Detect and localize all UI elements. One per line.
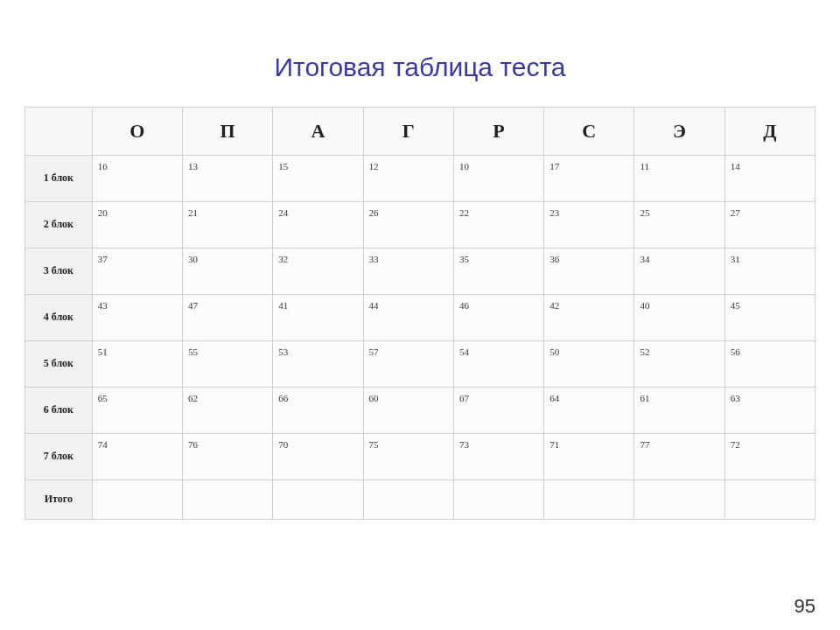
- cell: [92, 480, 182, 520]
- cell: 62: [183, 388, 273, 434]
- cell: 51: [92, 341, 182, 388]
- col-header: П: [183, 108, 273, 156]
- cell: 70: [273, 434, 363, 480]
- cell: 31: [724, 248, 815, 295]
- cell: [183, 480, 273, 520]
- cell: 11: [634, 156, 724, 202]
- cell: 41: [273, 295, 363, 341]
- cell: 24: [273, 202, 363, 248]
- cell: 45: [724, 295, 815, 341]
- table-row: 4 блок 43 47 41 44 46 42 40 45: [25, 295, 816, 341]
- cell: 42: [544, 295, 634, 341]
- table-row: 6 блок 65 62 66 60 67 64 61 63: [25, 388, 816, 434]
- cell: 37: [92, 248, 182, 295]
- cell: 74: [92, 434, 182, 480]
- cell: 65: [92, 388, 182, 434]
- cell: 52: [634, 341, 724, 388]
- cell: [544, 480, 634, 520]
- cell: 50: [544, 341, 634, 388]
- cell: 30: [183, 248, 273, 295]
- cell: 25: [634, 202, 724, 248]
- row-label: 1 блок: [25, 156, 93, 202]
- cell: 66: [273, 388, 363, 434]
- cell: 54: [453, 341, 543, 388]
- cell: 55: [183, 341, 273, 388]
- cell: 46: [453, 295, 543, 341]
- cell: 35: [453, 248, 543, 295]
- cell: 67: [453, 388, 543, 434]
- cell: 75: [363, 434, 453, 480]
- cell: [453, 480, 543, 520]
- cell: 71: [544, 434, 634, 480]
- page-title: Итоговая таблица теста: [24, 52, 816, 82]
- cell: 32: [273, 248, 363, 295]
- table-corner: [25, 108, 93, 156]
- cell: [273, 480, 363, 520]
- col-header: Р: [453, 108, 543, 156]
- cell: 22: [453, 202, 543, 248]
- table-row: 1 блок 16 13 15 12 10 17 11 14: [25, 156, 816, 202]
- cell: 26: [363, 202, 453, 248]
- results-table: О П А Г Р С Э Д 1 блок 16 13 15 12 10 17…: [24, 107, 816, 520]
- slide: Итоговая таблица теста О П А Г Р С Э Д 1…: [0, 0, 840, 630]
- cell: 16: [92, 156, 182, 202]
- cell: 36: [544, 248, 634, 295]
- cell: 72: [724, 434, 815, 480]
- cell: 53: [273, 341, 363, 388]
- cell: [724, 480, 815, 520]
- cell: 17: [544, 156, 634, 202]
- cell: 10: [453, 156, 543, 202]
- table-row: 5 блок 51 55 53 57 54 50 52 56: [25, 341, 816, 388]
- cell: [363, 480, 453, 520]
- cell: 63: [724, 388, 815, 434]
- table-row: 2 блок 20 21 24 26 22 23 25 27: [25, 202, 816, 248]
- cell: 34: [634, 248, 724, 295]
- page-number: 95: [794, 595, 816, 618]
- col-header: С: [544, 108, 634, 156]
- table-row: 3 блок 37 30 32 33 35 36 34 31: [25, 248, 816, 295]
- cell: 60: [363, 388, 453, 434]
- cell: 33: [363, 248, 453, 295]
- col-header: Г: [363, 108, 453, 156]
- col-header: О: [92, 108, 182, 156]
- row-label: 7 блок: [25, 434, 93, 480]
- row-label: Итого: [25, 480, 93, 520]
- col-header: А: [273, 108, 363, 156]
- row-label: 5 блок: [25, 341, 93, 388]
- table-row-totals: Итого: [25, 480, 816, 520]
- cell: 27: [724, 202, 815, 248]
- row-label: 4 блок: [25, 295, 93, 341]
- cell: 44: [363, 295, 453, 341]
- row-label: 2 блок: [25, 202, 93, 248]
- cell: 77: [634, 434, 724, 480]
- col-header: Д: [724, 108, 815, 156]
- cell: 15: [273, 156, 363, 202]
- cell: 57: [363, 341, 453, 388]
- cell: 56: [724, 341, 815, 388]
- cell: 47: [183, 295, 273, 341]
- cell: 20: [92, 202, 182, 248]
- row-label: 6 блок: [25, 388, 93, 434]
- cell: 61: [634, 388, 724, 434]
- cell: 64: [544, 388, 634, 434]
- col-header: Э: [634, 108, 724, 156]
- cell: 21: [183, 202, 273, 248]
- cell: 23: [544, 202, 634, 248]
- table-header-row: О П А Г Р С Э Д: [25, 108, 816, 156]
- cell: 13: [183, 156, 273, 202]
- cell: 76: [183, 434, 273, 480]
- cell: 73: [453, 434, 543, 480]
- cell: 12: [363, 156, 453, 202]
- table-row: 7 блок 74 76 70 75 73 71 77 72: [25, 434, 816, 480]
- table-body: 1 блок 16 13 15 12 10 17 11 14 2 блок 20…: [25, 156, 816, 520]
- cell: 43: [92, 295, 182, 341]
- cell: 14: [724, 156, 815, 202]
- row-label: 3 блок: [25, 248, 93, 295]
- cell: 40: [634, 295, 724, 341]
- cell: [634, 480, 724, 520]
